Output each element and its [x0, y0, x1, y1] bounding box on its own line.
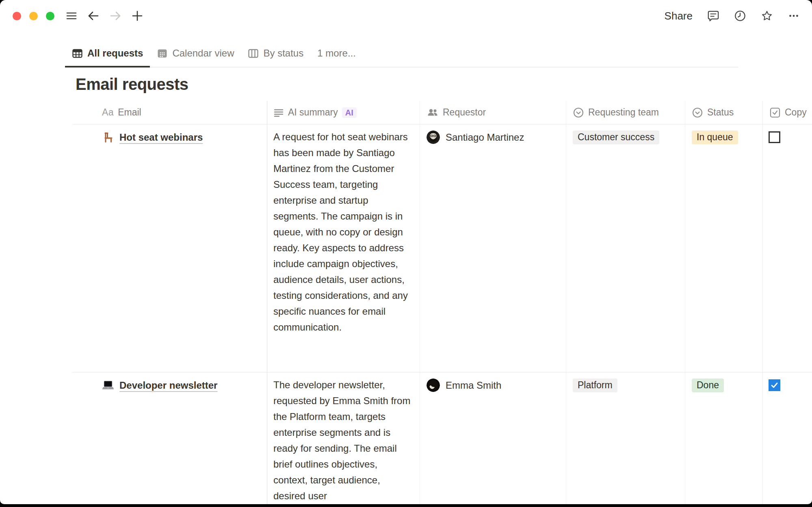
more-icon[interactable] [788, 10, 800, 22]
text-property-icon: Aa [102, 107, 114, 118]
ai-badge: AI [342, 107, 357, 118]
forward-icon[interactable] [109, 10, 121, 22]
table-row: Developer newsletter The developer newsl… [72, 372, 812, 504]
column-header-requesting-team[interactable]: Requesting team [566, 101, 685, 124]
tab-calendar-view[interactable]: Calendar view [150, 41, 241, 67]
cell-requestor[interactable]: Emma Smith [420, 372, 566, 504]
toolbar-right: Share [665, 10, 800, 22]
requests-table: Aa Email AI summary AI Requestor [72, 101, 812, 504]
column-label: Status [707, 107, 734, 118]
person-property-icon [427, 107, 439, 119]
cell-copy[interactable] [762, 372, 812, 504]
status-tag: Done [692, 379, 724, 392]
column-header-requestor[interactable]: Requestor [420, 101, 566, 124]
view-tabs-bar: All requests Calendar view By status 1 m… [0, 41, 812, 67]
tab-label: Calendar view [172, 48, 234, 59]
cell-copy[interactable] [762, 124, 812, 372]
avatar [427, 379, 440, 392]
cell-requesting-team[interactable]: Customer success [566, 124, 685, 372]
tab-label: All requests [87, 48, 143, 59]
cell-status[interactable]: Done [685, 372, 762, 504]
nav-controls [65, 10, 143, 22]
status-tag: In queue [692, 131, 738, 144]
history-icon[interactable] [734, 10, 746, 22]
table-row: Hot seat webinars A request for hot seat… [72, 124, 812, 372]
calendar-view-icon [157, 48, 168, 59]
avatar [427, 131, 440, 144]
chair-icon [102, 131, 114, 144]
select-property-icon [573, 107, 584, 118]
requestor-name: Emma Smith [446, 380, 501, 391]
page-link[interactable]: Developer newsletter [119, 380, 217, 391]
table-view-icon [72, 48, 83, 59]
column-header-status[interactable]: Status [685, 101, 762, 124]
minimize-window-button[interactable] [29, 12, 38, 20]
zoom-window-button[interactable] [46, 12, 54, 20]
hamburger-icon[interactable] [65, 10, 78, 22]
app-window: Share All requests [0, 0, 812, 504]
tab-by-status[interactable]: By status [241, 41, 310, 67]
tab-label: By status [263, 48, 303, 59]
page-link[interactable]: Hot seat webinars [119, 132, 203, 143]
column-header-ai-summary[interactable]: AI summary AI [267, 101, 420, 124]
favorite-icon[interactable] [761, 10, 773, 22]
back-icon[interactable] [87, 10, 100, 22]
column-label: AI summary [288, 107, 338, 118]
cell-requesting-team[interactable]: Platform [566, 372, 685, 504]
ai-summary-text: A request for hot seat webinars has been… [273, 124, 414, 335]
tab-label: 1 more... [317, 48, 356, 59]
table-header-row: Aa Email AI summary AI Requestor [72, 101, 812, 124]
close-window-button[interactable] [13, 12, 21, 20]
laptop-icon [102, 379, 114, 392]
requestor-name: Santiago Martinez [446, 132, 524, 143]
column-label: Copy [785, 107, 807, 118]
comments-icon[interactable] [707, 10, 719, 22]
team-tag: Customer success [573, 131, 659, 144]
tab-all-requests[interactable]: All requests [65, 41, 150, 67]
cell-email[interactable]: Developer newsletter [72, 372, 267, 504]
page-title: Email requests [76, 75, 188, 94]
select-property-icon [692, 107, 703, 118]
column-header-copy[interactable]: Copy [762, 101, 812, 124]
board-view-icon [248, 48, 259, 59]
copy-checkbox[interactable] [769, 379, 780, 391]
new-tab-icon[interactable] [131, 10, 143, 22]
column-label: Email [118, 107, 141, 118]
view-tabs: All requests Calendar view By status 1 m… [65, 41, 363, 67]
column-label: Requesting team [588, 107, 659, 118]
checkbox-property-icon [769, 107, 781, 118]
cell-status[interactable]: In queue [685, 124, 762, 372]
ai-summary-text: The developer newsletter, requested by E… [273, 372, 414, 504]
tab-more-views[interactable]: 1 more... [310, 41, 363, 67]
column-label: Requestor [443, 107, 486, 118]
share-button[interactable]: Share [665, 10, 693, 22]
ai-summary-icon [273, 107, 284, 118]
team-tag: Platform [573, 379, 617, 392]
window-toolbar: Share [0, 0, 812, 32]
cell-requestor[interactable]: Santiago Martinez [420, 124, 566, 372]
traffic-lights [13, 12, 54, 20]
cell-email[interactable]: Hot seat webinars [72, 124, 267, 372]
copy-checkbox[interactable] [769, 131, 780, 143]
column-header-email[interactable]: Aa Email [72, 101, 267, 124]
cell-ai-summary[interactable]: The developer newsletter, requested by E… [267, 372, 420, 504]
cell-ai-summary[interactable]: A request for hot seat webinars has been… [267, 124, 420, 372]
